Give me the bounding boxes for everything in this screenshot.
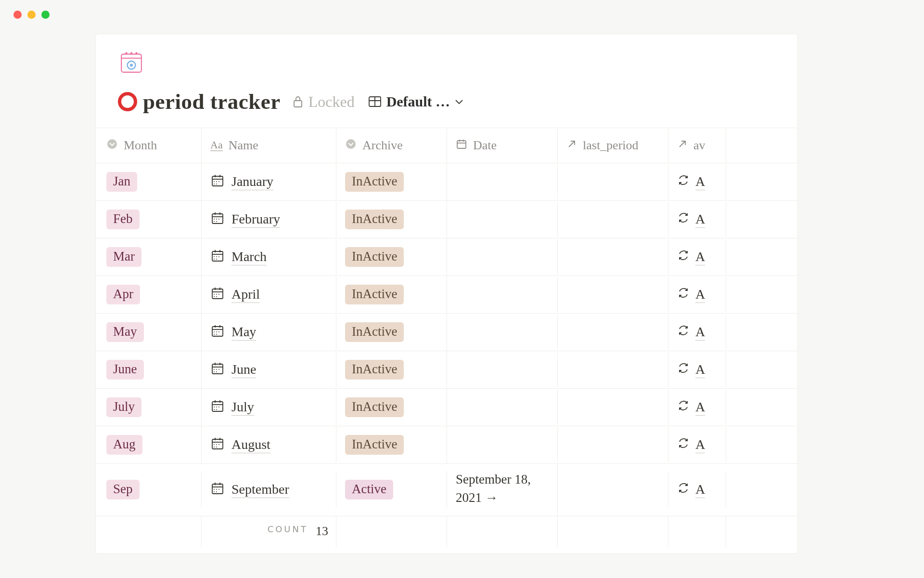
last-period-cell[interactable]	[558, 428, 668, 462]
month-tag: Mar	[106, 247, 141, 267]
name-cell[interactable]: June	[202, 352, 336, 387]
table-row[interactable]: JuneJuneInActiveA	[96, 351, 797, 388]
table-header: Month Aa Name Archive Date last_period a…	[96, 128, 797, 163]
date-cell[interactable]	[447, 390, 558, 425]
col-header-date[interactable]: Date	[447, 128, 558, 163]
name-cell[interactable]: May	[202, 315, 336, 350]
calendar-page-icon	[210, 481, 225, 499]
archive-tag: InActive	[345, 435, 404, 455]
close-window-button[interactable]	[13, 11, 22, 19]
count-cell[interactable]: count 13	[202, 516, 336, 547]
archive-cell[interactable]: InActive	[336, 163, 447, 200]
date-cell[interactable]	[447, 240, 558, 275]
page-icon[interactable]	[118, 49, 145, 76]
month-cell[interactable]: June	[96, 351, 202, 388]
archive-cell[interactable]: Active	[336, 471, 447, 508]
view-selector[interactable]: Default …	[368, 93, 463, 110]
row-name: September	[231, 482, 289, 498]
count-value: 13	[316, 524, 328, 539]
av-cell[interactable]: A	[668, 428, 726, 462]
archive-cell[interactable]: InActive	[336, 351, 447, 388]
last-period-cell[interactable]	[558, 473, 668, 507]
zoom-window-button[interactable]	[41, 11, 50, 19]
date-cell[interactable]	[447, 428, 558, 462]
locked-indicator[interactable]: Locked	[292, 93, 355, 111]
sync-icon	[677, 174, 690, 190]
name-cell[interactable]: April	[202, 277, 336, 312]
svg-rect-62	[212, 364, 223, 374]
av-cell[interactable]: A	[668, 277, 726, 312]
name-cell[interactable]: March	[202, 239, 336, 275]
archive-cell[interactable]: InActive	[336, 389, 447, 426]
table-row[interactable]: AprAprilInActiveA	[96, 276, 797, 313]
col-label: Date	[473, 138, 497, 153]
table-row[interactable]: SepSeptemberActiveSeptember 18, 2021 →A	[96, 463, 797, 516]
sync-icon	[677, 287, 690, 302]
av-cell[interactable]: A	[668, 390, 726, 425]
month-cell[interactable]: Jan	[96, 163, 202, 200]
date-cell[interactable]	[447, 315, 558, 350]
archive-cell[interactable]: InActive	[336, 426, 447, 463]
month-cell[interactable]: Feb	[96, 201, 202, 238]
table-row[interactable]: JanJanuaryInActiveA	[96, 163, 797, 200]
table-row[interactable]: MarMarchInActiveA	[96, 238, 797, 276]
locked-label: Locked	[308, 93, 355, 111]
month-cell[interactable]: Aug	[96, 426, 202, 463]
av-value: A	[695, 437, 705, 453]
month-cell[interactable]: Mar	[96, 238, 202, 276]
name-cell[interactable]: July	[202, 390, 336, 425]
page-title[interactable]: period tracker	[143, 89, 281, 114]
table-row[interactable]: JulyJulyInActiveA	[96, 388, 797, 426]
svg-point-2	[126, 52, 128, 54]
name-cell[interactable]: January	[202, 164, 336, 199]
calendar-page-icon	[210, 323, 225, 341]
last-period-cell[interactable]	[558, 353, 668, 387]
row-name: June	[231, 362, 256, 378]
av-cell[interactable]: A	[668, 165, 726, 199]
col-header-av[interactable]: av	[668, 128, 726, 163]
table-row[interactable]: MayMayInActiveA	[96, 313, 797, 351]
table-row[interactable]: AugAugustInActiveA	[96, 426, 797, 463]
calendar-page-icon	[210, 436, 225, 454]
svg-point-6	[130, 64, 133, 66]
date-cell[interactable]	[447, 202, 558, 237]
last-period-cell[interactable]	[558, 315, 668, 350]
name-cell[interactable]: August	[202, 427, 336, 462]
av-cell[interactable]: A	[668, 315, 726, 350]
calendar-page-icon	[210, 173, 225, 191]
col-header-name[interactable]: Aa Name	[202, 128, 336, 163]
month-cell[interactable]: Apr	[96, 276, 202, 313]
name-cell[interactable]: February	[202, 202, 336, 237]
av-cell[interactable]: A	[668, 473, 726, 507]
date-cell[interactable]: September 18, 2021 →	[447, 464, 558, 516]
month-cell[interactable]: Sep	[96, 471, 202, 508]
date-cell[interactable]	[447, 353, 558, 387]
month-tag: Apr	[106, 285, 140, 304]
last-period-cell[interactable]	[558, 390, 668, 425]
month-cell[interactable]: July	[96, 389, 202, 426]
av-cell[interactable]: A	[668, 202, 726, 237]
table-row[interactable]: FebFebruaryInActiveA	[96, 200, 797, 238]
archive-tag: InActive	[345, 360, 404, 380]
archive-cell[interactable]: InActive	[336, 276, 447, 313]
col-header-month[interactable]: Month	[96, 128, 202, 163]
month-cell[interactable]: May	[96, 314, 202, 351]
window-controls	[0, 0, 924, 19]
name-cell[interactable]: September	[202, 472, 336, 507]
archive-cell[interactable]: InActive	[336, 314, 447, 351]
archive-cell[interactable]: InActive	[336, 238, 447, 276]
date-cell[interactable]	[447, 277, 558, 312]
month-tag: July	[106, 397, 141, 417]
av-cell[interactable]: A	[668, 353, 726, 387]
av-value: A	[695, 482, 705, 498]
minimize-window-button[interactable]	[27, 11, 36, 19]
last-period-cell[interactable]	[558, 277, 668, 312]
av-cell[interactable]: A	[668, 240, 726, 275]
col-header-archive[interactable]: Archive	[336, 128, 447, 163]
last-period-cell[interactable]	[558, 240, 668, 275]
last-period-cell[interactable]	[558, 202, 668, 237]
date-cell[interactable]	[447, 165, 558, 199]
last-period-cell[interactable]	[558, 165, 668, 199]
col-header-last-period[interactable]: last_period	[558, 128, 668, 163]
archive-cell[interactable]: InActive	[336, 201, 447, 238]
